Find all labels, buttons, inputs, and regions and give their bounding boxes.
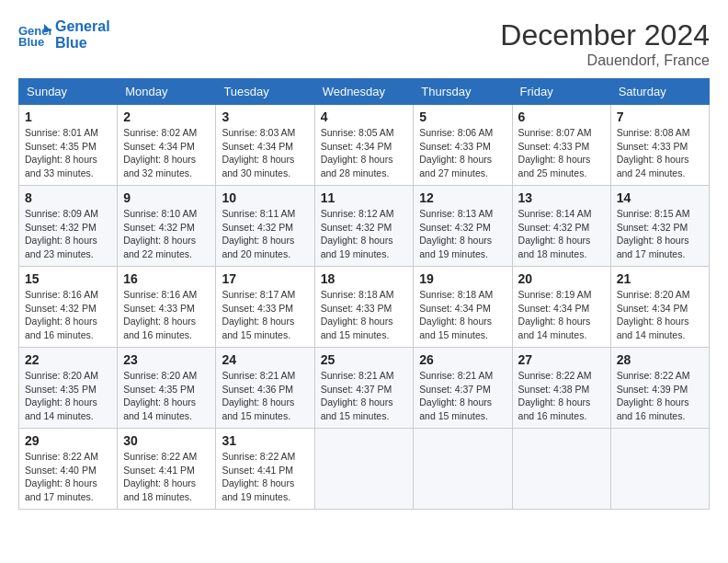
day-info: Sunrise: 8:13 AMSunset: 4:32 PMDaylight:… bbox=[419, 207, 506, 261]
day-info: Sunrise: 8:16 AMSunset: 4:33 PMDaylight:… bbox=[123, 288, 210, 342]
week-row-4: 22 Sunrise: 8:20 AMSunset: 4:35 PMDaylig… bbox=[19, 348, 710, 429]
day-info: Sunrise: 8:22 AMSunset: 4:41 PMDaylight:… bbox=[123, 450, 210, 504]
day-info: Sunrise: 8:15 AMSunset: 4:32 PMDaylight:… bbox=[617, 207, 703, 261]
weekday-header-thursday: Thursday bbox=[414, 79, 512, 105]
calendar-cell bbox=[610, 429, 709, 510]
day-number: 30 bbox=[123, 433, 210, 448]
month-title: December 2024 bbox=[500, 18, 710, 52]
day-number: 2 bbox=[123, 109, 210, 124]
calendar-cell: 22 Sunrise: 8:20 AMSunset: 4:35 PMDaylig… bbox=[19, 348, 118, 429]
calendar-cell: 16 Sunrise: 8:16 AMSunset: 4:33 PMDaylig… bbox=[118, 267, 216, 348]
day-number: 14 bbox=[617, 190, 703, 205]
weekday-header-tuesday: Tuesday bbox=[216, 79, 314, 105]
day-info: Sunrise: 8:22 AMSunset: 4:39 PMDaylight:… bbox=[617, 369, 703, 423]
day-info: Sunrise: 8:20 AMSunset: 4:35 PMDaylight:… bbox=[123, 369, 210, 423]
day-number: 17 bbox=[222, 271, 308, 286]
calendar-cell: 20 Sunrise: 8:19 AMSunset: 4:34 PMDaylig… bbox=[512, 267, 610, 348]
calendar-cell: 11 Sunrise: 8:12 AMSunset: 4:32 PMDaylig… bbox=[314, 186, 414, 267]
day-number: 5 bbox=[419, 109, 506, 124]
location: Dauendorf, France bbox=[500, 52, 710, 69]
calendar-cell bbox=[314, 429, 414, 510]
day-number: 28 bbox=[617, 352, 703, 367]
weekday-header-friday: Friday bbox=[512, 79, 610, 105]
calendar-cell: 3 Sunrise: 8:03 AMSunset: 4:34 PMDayligh… bbox=[216, 105, 314, 186]
day-info: Sunrise: 8:08 AMSunset: 4:33 PMDaylight:… bbox=[617, 126, 703, 180]
day-number: 19 bbox=[419, 271, 506, 286]
calendar-table: SundayMondayTuesdayWednesdayThursdayFrid… bbox=[18, 78, 710, 510]
calendar-cell: 25 Sunrise: 8:21 AMSunset: 4:37 PMDaylig… bbox=[314, 348, 414, 429]
day-number: 25 bbox=[321, 352, 408, 367]
day-info: Sunrise: 8:02 AMSunset: 4:34 PMDaylight:… bbox=[123, 126, 210, 180]
day-number: 16 bbox=[123, 271, 210, 286]
day-info: Sunrise: 8:21 AMSunset: 4:36 PMDaylight:… bbox=[222, 369, 308, 423]
calendar-cell: 4 Sunrise: 8:05 AMSunset: 4:34 PMDayligh… bbox=[314, 105, 414, 186]
calendar-cell: 27 Sunrise: 8:22 AMSunset: 4:38 PMDaylig… bbox=[512, 348, 610, 429]
logo-text-general: General bbox=[55, 18, 110, 35]
day-info: Sunrise: 8:18 AMSunset: 4:34 PMDaylight:… bbox=[419, 288, 506, 342]
day-info: Sunrise: 8:22 AMSunset: 4:38 PMDaylight:… bbox=[518, 369, 605, 423]
day-number: 29 bbox=[25, 433, 111, 448]
weekday-header-monday: Monday bbox=[118, 79, 216, 105]
logo: General Blue General Blue bbox=[18, 18, 110, 51]
calendar-cell: 5 Sunrise: 8:06 AMSunset: 4:33 PMDayligh… bbox=[414, 105, 512, 186]
calendar-cell: 17 Sunrise: 8:17 AMSunset: 4:33 PMDaylig… bbox=[216, 267, 314, 348]
svg-text:Blue: Blue bbox=[18, 35, 44, 48]
day-number: 23 bbox=[123, 352, 210, 367]
day-info: Sunrise: 8:07 AMSunset: 4:33 PMDaylight:… bbox=[518, 126, 605, 180]
calendar-cell: 10 Sunrise: 8:11 AMSunset: 4:32 PMDaylig… bbox=[216, 186, 314, 267]
calendar-cell: 6 Sunrise: 8:07 AMSunset: 4:33 PMDayligh… bbox=[512, 105, 610, 186]
day-number: 12 bbox=[419, 190, 506, 205]
week-row-1: 1 Sunrise: 8:01 AMSunset: 4:35 PMDayligh… bbox=[19, 105, 710, 186]
calendar-cell: 30 Sunrise: 8:22 AMSunset: 4:41 PMDaylig… bbox=[118, 429, 216, 510]
day-number: 15 bbox=[25, 271, 111, 286]
day-info: Sunrise: 8:03 AMSunset: 4:34 PMDaylight:… bbox=[222, 126, 308, 180]
calendar-cell: 12 Sunrise: 8:13 AMSunset: 4:32 PMDaylig… bbox=[414, 186, 512, 267]
day-info: Sunrise: 8:01 AMSunset: 4:35 PMDaylight:… bbox=[25, 126, 111, 180]
calendar-cell: 15 Sunrise: 8:16 AMSunset: 4:32 PMDaylig… bbox=[19, 267, 118, 348]
calendar-cell: 1 Sunrise: 8:01 AMSunset: 4:35 PMDayligh… bbox=[19, 105, 118, 186]
day-number: 24 bbox=[222, 352, 308, 367]
calendar-cell: 18 Sunrise: 8:18 AMSunset: 4:33 PMDaylig… bbox=[314, 267, 414, 348]
calendar-cell: 24 Sunrise: 8:21 AMSunset: 4:36 PMDaylig… bbox=[216, 348, 314, 429]
day-number: 13 bbox=[518, 190, 605, 205]
calendar-cell: 14 Sunrise: 8:15 AMSunset: 4:32 PMDaylig… bbox=[610, 186, 709, 267]
day-info: Sunrise: 8:16 AMSunset: 4:32 PMDaylight:… bbox=[25, 288, 111, 342]
calendar-cell: 7 Sunrise: 8:08 AMSunset: 4:33 PMDayligh… bbox=[610, 105, 709, 186]
calendar-cell: 23 Sunrise: 8:20 AMSunset: 4:35 PMDaylig… bbox=[118, 348, 216, 429]
day-number: 4 bbox=[321, 109, 408, 124]
week-row-5: 29 Sunrise: 8:22 AMSunset: 4:40 PMDaylig… bbox=[19, 429, 710, 510]
logo-icon: General Blue bbox=[18, 22, 51, 48]
day-info: Sunrise: 8:21 AMSunset: 4:37 PMDaylight:… bbox=[419, 369, 506, 423]
day-info: Sunrise: 8:21 AMSunset: 4:37 PMDaylight:… bbox=[321, 369, 408, 423]
week-row-2: 8 Sunrise: 8:09 AMSunset: 4:32 PMDayligh… bbox=[19, 186, 710, 267]
calendar-cell bbox=[512, 429, 610, 510]
day-number: 11 bbox=[321, 190, 408, 205]
day-number: 21 bbox=[617, 271, 703, 286]
calendar-cell: 31 Sunrise: 8:22 AMSunset: 4:41 PMDaylig… bbox=[216, 429, 314, 510]
calendar-cell: 13 Sunrise: 8:14 AMSunset: 4:32 PMDaylig… bbox=[512, 186, 610, 267]
day-info: Sunrise: 8:12 AMSunset: 4:32 PMDaylight:… bbox=[321, 207, 408, 261]
calendar-cell: 28 Sunrise: 8:22 AMSunset: 4:39 PMDaylig… bbox=[610, 348, 709, 429]
day-number: 7 bbox=[617, 109, 703, 124]
calendar-cell: 21 Sunrise: 8:20 AMSunset: 4:34 PMDaylig… bbox=[610, 267, 709, 348]
day-number: 27 bbox=[518, 352, 605, 367]
day-number: 26 bbox=[419, 352, 506, 367]
page-header: General Blue General Blue December 2024 … bbox=[18, 18, 710, 69]
day-info: Sunrise: 8:11 AMSunset: 4:32 PMDaylight:… bbox=[222, 207, 308, 261]
day-number: 18 bbox=[321, 271, 408, 286]
day-number: 3 bbox=[222, 109, 308, 124]
weekday-header-wednesday: Wednesday bbox=[314, 79, 414, 105]
day-info: Sunrise: 8:17 AMSunset: 4:33 PMDaylight:… bbox=[222, 288, 308, 342]
day-number: 22 bbox=[25, 352, 111, 367]
day-info: Sunrise: 8:09 AMSunset: 4:32 PMDaylight:… bbox=[25, 207, 111, 261]
calendar-cell: 26 Sunrise: 8:21 AMSunset: 4:37 PMDaylig… bbox=[414, 348, 512, 429]
day-number: 9 bbox=[123, 190, 210, 205]
calendar-header-row: SundayMondayTuesdayWednesdayThursdayFrid… bbox=[19, 79, 710, 105]
day-info: Sunrise: 8:14 AMSunset: 4:32 PMDaylight:… bbox=[518, 207, 605, 261]
calendar-cell: 8 Sunrise: 8:09 AMSunset: 4:32 PMDayligh… bbox=[19, 186, 118, 267]
week-row-3: 15 Sunrise: 8:16 AMSunset: 4:32 PMDaylig… bbox=[19, 267, 710, 348]
day-info: Sunrise: 8:22 AMSunset: 4:41 PMDaylight:… bbox=[222, 450, 308, 504]
day-info: Sunrise: 8:20 AMSunset: 4:34 PMDaylight:… bbox=[617, 288, 703, 342]
day-number: 10 bbox=[222, 190, 308, 205]
day-info: Sunrise: 8:22 AMSunset: 4:40 PMDaylight:… bbox=[25, 450, 111, 504]
